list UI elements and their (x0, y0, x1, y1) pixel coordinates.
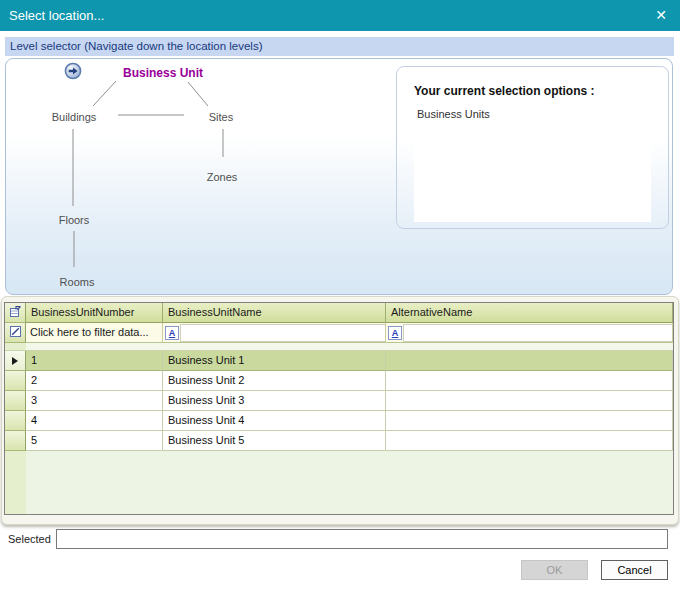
cell-alternativename[interactable] (386, 391, 673, 411)
title-bar: Select location... ✕ (0, 0, 680, 31)
selection-options-heading: Your current selection options : (414, 84, 594, 98)
filter-text-area[interactable] (180, 324, 385, 342)
business-units-grid: BusinessUnitNumber BusinessUnitName Alte… (4, 302, 674, 515)
grid-header-row: BusinessUnitNumber BusinessUnitName Alte… (5, 303, 673, 323)
cell-businessunitnumber[interactable]: 3 (26, 391, 163, 411)
filter-input-alternativename[interactable]: A (386, 323, 673, 343)
cancel-button[interactable]: Cancel (601, 560, 668, 580)
row-indicator-cell[interactable] (5, 411, 26, 431)
filter-type-a-icon[interactable]: A (388, 326, 402, 340)
ok-button[interactable]: OK (521, 560, 588, 580)
selected-input[interactable] (56, 529, 668, 549)
table-row[interactable]: 2 Business Unit 2 (5, 371, 673, 391)
selected-label: Selected (8, 533, 51, 545)
table-row[interactable]: 5 Business Unit 5 (5, 431, 673, 451)
cell-businessunitnumber[interactable]: 2 (26, 371, 163, 391)
column-chooser-icon (9, 304, 22, 322)
node-buildings[interactable]: Buildings (52, 111, 97, 123)
level-selector-header: Level selector (Navigate down the locati… (5, 37, 674, 56)
grid-empty-area (5, 451, 673, 514)
node-zones[interactable]: Zones (207, 171, 238, 183)
location-diagram-panel: Business Unit Buildings Sites Zones Floo… (5, 58, 673, 295)
grid-filter-row: Click here to filter data... A A (5, 323, 673, 343)
filter-icon (9, 324, 22, 342)
select-location-dialog: Select location... ✕ Level selector (Nav… (0, 0, 680, 589)
row-indicator-cell[interactable] (5, 431, 26, 451)
cell-alternativename[interactable] (386, 431, 673, 451)
cell-businessunitname[interactable]: Business Unit 1 (163, 351, 386, 371)
row-indicator-cell[interactable] (5, 371, 26, 391)
row-indicator-cell[interactable] (5, 391, 26, 411)
cell-businessunitnumber[interactable]: 5 (26, 431, 163, 451)
cell-alternativename[interactable] (386, 351, 673, 371)
current-row-arrow-icon (12, 357, 18, 365)
node-business-unit[interactable]: Business Unit (123, 66, 203, 80)
selection-options-list: Business Units (414, 104, 651, 222)
dialog-title: Select location... (9, 0, 104, 31)
close-icon[interactable]: ✕ (646, 0, 676, 31)
cell-alternativename[interactable] (386, 371, 673, 391)
filter-prompt-cell[interactable]: Click here to filter data... (26, 323, 163, 343)
node-sites[interactable]: Sites (209, 111, 233, 123)
filter-text-area[interactable] (403, 324, 672, 342)
cell-alternativename[interactable] (386, 411, 673, 431)
selection-option-item: Business Units (414, 104, 651, 120)
filter-input-businessunitname[interactable]: A (163, 323, 386, 343)
node-rooms[interactable]: Rooms (60, 276, 95, 288)
filter-indicator-cell[interactable] (5, 323, 26, 343)
grid-separator (5, 343, 673, 351)
cell-businessunitnumber[interactable]: 4 (26, 411, 163, 431)
cell-businessunitname[interactable]: Business Unit 2 (163, 371, 386, 391)
filter-type-a-icon[interactable]: A (165, 326, 179, 340)
table-row[interactable]: 1 Business Unit 1 (5, 351, 673, 371)
column-chooser-cell[interactable] (5, 303, 26, 323)
table-row[interactable]: 4 Business Unit 4 (5, 411, 673, 431)
node-floors[interactable]: Floors (59, 214, 90, 226)
navigate-arrow-icon[interactable] (64, 62, 82, 80)
column-header-businessunitname[interactable]: BusinessUnitName (163, 303, 386, 323)
cell-businessunitnumber[interactable]: 1 (26, 351, 163, 371)
column-header-alternativename[interactable]: AlternativeName (386, 303, 673, 323)
cell-businessunitname[interactable]: Business Unit 4 (163, 411, 386, 431)
cell-businessunitname[interactable]: Business Unit 5 (163, 431, 386, 451)
cell-businessunitname[interactable]: Business Unit 3 (163, 391, 386, 411)
table-row[interactable]: 3 Business Unit 3 (5, 391, 673, 411)
row-indicator-cell[interactable] (5, 351, 26, 371)
selection-options-panel: Your current selection options : Busines… (396, 66, 669, 229)
column-header-businessunitnumber[interactable]: BusinessUnitNumber (26, 303, 163, 323)
